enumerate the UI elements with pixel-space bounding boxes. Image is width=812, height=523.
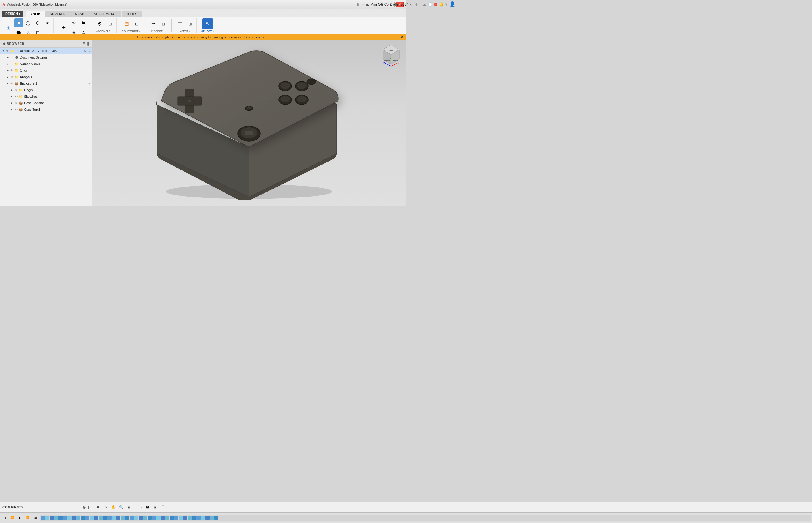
view-cube[interactable]: TOP FRONT RIGHT Z X Y [379, 43, 403, 67]
midplane-icon[interactable]: ⊞ [132, 19, 141, 28]
tree-item-origin[interactable]: ▶ 👁 📁 Origin [0, 67, 92, 74]
eye-origin[interactable]: 👁 [10, 69, 14, 72]
tree-label-casebottom: Case Bottom:1 [24, 101, 91, 105]
main-toolbar: ⊞ ■ ◯ ⬡ ★ ⬤ △ ◻ CREATE ▾ [0, 17, 406, 34]
extrude-icon[interactable]: ■ [14, 18, 23, 27]
fx-icon[interactable]: fx [79, 18, 88, 27]
expand-root[interactable]: ▼ [1, 49, 5, 52]
offset-plane-icon[interactable]: ⊟ [121, 18, 132, 29]
tree-item-namedviews[interactable]: ▶ 👁 📁 Named Views [0, 60, 92, 67]
gear-root[interactable]: ⚙ [84, 49, 87, 53]
expand-enclosure[interactable]: ▼ [5, 82, 10, 85]
assemble-group: ⚙ ⊞ ASSEMBLE ▾ [93, 18, 117, 33]
tree-item-casetop[interactable]: ▶ 👁 📦 Case Top:1 [0, 106, 92, 113]
construct-label[interactable]: CONSTRUCT ▾ [122, 30, 141, 33]
svg-point-26 [297, 96, 306, 103]
tree-item-analysis[interactable]: ▶ 👁 📁 Analysis [0, 74, 92, 80]
circle-enclosure[interactable]: ◎ [88, 82, 91, 85]
expand-origin[interactable]: ▶ [5, 69, 10, 72]
tab-sheetmetal[interactable]: SHEET METAL [89, 11, 121, 17]
tree-label-docsettings: Document Settings [20, 56, 91, 59]
measure-icon[interactable]: ↔ [148, 18, 158, 29]
tree-item-docsettings[interactable]: ▶ 👁 ⚙ Document Settings [0, 54, 92, 60]
select-label[interactable]: SELECT ▾ [201, 30, 214, 33]
sweep-icon[interactable]: ⬡ [33, 18, 42, 27]
eye-casebottom[interactable]: 👁 [14, 102, 18, 105]
svg-text:FRONT: FRONT [384, 59, 390, 61]
main-content: ◀ BROWSER ⊕ ▮ ▼ 👁 📁 Final Mini GC Contro… [0, 40, 406, 206]
tree-item-root[interactable]: ▼ 👁 📁 Final Mini GC Controller v63 ⚙ ◎ [0, 48, 92, 54]
viewport[interactable]: TOP FRONT RIGHT Z X Y [92, 40, 406, 206]
warning-bar: This computer's graphics driver or hardw… [0, 34, 406, 40]
left-panel: ◀ BROWSER ⊕ ▮ ▼ 👁 📁 Final Mini GC Contro… [0, 40, 92, 206]
eye-analysis[interactable]: 👁 [10, 75, 14, 79]
circle-root[interactable]: ◎ [88, 49, 91, 53]
tree-label-casetop: Case Top:1 [24, 108, 91, 111]
insert-label[interactable]: INSERT ▾ [179, 30, 191, 33]
expand-casetop[interactable]: ▶ [10, 108, 14, 111]
assemble-label[interactable]: ASSEMBLE ▾ [96, 30, 113, 33]
create-group: ⊞ ■ ◯ ⬡ ★ ⬤ △ ◻ CREATE ▾ [1, 18, 54, 33]
insert-derive-icon[interactable]: ◱ [174, 18, 185, 29]
as-built-joint-icon[interactable]: ⊞ [106, 19, 115, 28]
svg-point-16 [188, 100, 191, 102]
eye-enc-sketches[interactable]: 👁 [14, 95, 18, 98]
tree-label-origin: Origin [20, 69, 91, 72]
revolve-icon[interactable]: ◯ [24, 18, 33, 27]
tab-tools[interactable]: TOOLS [122, 11, 142, 17]
inspect-group: ↔ ⊟ INSPECT ▾ [146, 18, 170, 33]
tree-item-enclosure[interactable]: ▼ 👁 📦 Enclosure:1 ◎ [0, 80, 92, 87]
eye-enc-origin[interactable]: 👁 [14, 89, 18, 92]
svg-text:RIGHT: RIGHT [393, 59, 398, 61]
insert-mesh-icon[interactable]: ⊞ [186, 19, 195, 28]
app-logo: A [2, 2, 5, 7]
fillet-icon[interactable]: ⟲ [70, 18, 78, 27]
press-pull-icon[interactable]: ✦ [58, 22, 69, 33]
svg-point-20 [281, 82, 290, 89]
tree-label-namedviews: Named Views [20, 62, 91, 66]
expand-docsettings[interactable]: ▶ [5, 56, 10, 59]
select-icon[interactable]: ↖ [203, 18, 213, 29]
file-icon: 🖥 [356, 2, 360, 6]
svg-text:X: X [398, 62, 399, 65]
expand-enc-origin[interactable]: ▶ [10, 89, 14, 91]
eye-casetop[interactable]: 👁 [14, 108, 18, 111]
expand-enc-sketches[interactable]: ▶ [10, 95, 14, 98]
warning-text: This computer's graphics driver or hardw… [137, 35, 243, 39]
browser-tree: ▼ 👁 📁 Final Mini GC Controller v63 ⚙ ◎ ▶… [0, 48, 92, 206]
design-button[interactable]: DESIGN ▾ [2, 11, 23, 17]
browser-header: ◀ BROWSER ⊕ ▮ [0, 40, 92, 48]
eye-root[interactable]: 👁 [5, 49, 10, 53]
joint-icon[interactable]: ⚙ [94, 18, 105, 29]
tree-label-enc-sketches: Sketches [24, 95, 91, 98]
browser-add-icon[interactable]: ⊕ [82, 41, 86, 46]
tab-solid[interactable]: SOLID [26, 11, 45, 17]
tree-item-enc-origin[interactable]: ▶ 👁 📁 Origin [0, 87, 92, 93]
expand-namedviews[interactable]: ▶ [5, 62, 10, 65]
svg-text:Y: Y [390, 57, 392, 60]
loft-icon[interactable]: ★ [43, 18, 52, 27]
browser-collapse-panel-icon[interactable]: ▮ [87, 41, 89, 46]
tree-item-enc-sketches[interactable]: ▶ 👁 📁 Sketches [0, 93, 92, 100]
warning-link[interactable]: Learn more here. [244, 35, 269, 39]
tree-label-root: Final Mini GC Controller v63 [16, 49, 84, 53]
file-name: Final Mini GC Controller v63* [362, 2, 406, 6]
tree-label-enclosure: Enclosure:1 [20, 82, 87, 85]
eye-enclosure[interactable]: 👁 [10, 82, 14, 85]
title-bar: A Autodesk Fusion 360 (Education License… [0, 0, 406, 9]
tree-item-casebottom[interactable]: ▶ 👁 📦 Case Bottom:1 [0, 100, 92, 106]
expand-analysis[interactable]: ▶ [5, 75, 10, 78]
new-component-icon[interactable]: ⊞ [3, 22, 14, 33]
warning-close-btn[interactable]: ✕ [400, 35, 404, 39]
expand-casebottom[interactable]: ▶ [10, 102, 14, 105]
browser-collapse-icon[interactable]: ◀ [2, 41, 5, 46]
modify-group: ✦ ⟲ fx ◈ ◬ MODIFY ▾ [56, 18, 90, 33]
svg-text:Z: Z [383, 62, 385, 65]
svg-text:TOP: TOP [389, 50, 394, 52]
select-group: ↖ SELECT ▾ [200, 18, 216, 33]
tab-mesh[interactable]: MESH [70, 11, 89, 17]
toolbar-area: DESIGN ▾ SOLID SURFACE MESH SHEET METAL … [0, 9, 406, 34]
inspect-label[interactable]: INSPECT ▾ [151, 30, 165, 33]
section-analysis-icon[interactable]: ⊟ [159, 19, 168, 28]
tab-surface[interactable]: SURFACE [45, 11, 70, 17]
